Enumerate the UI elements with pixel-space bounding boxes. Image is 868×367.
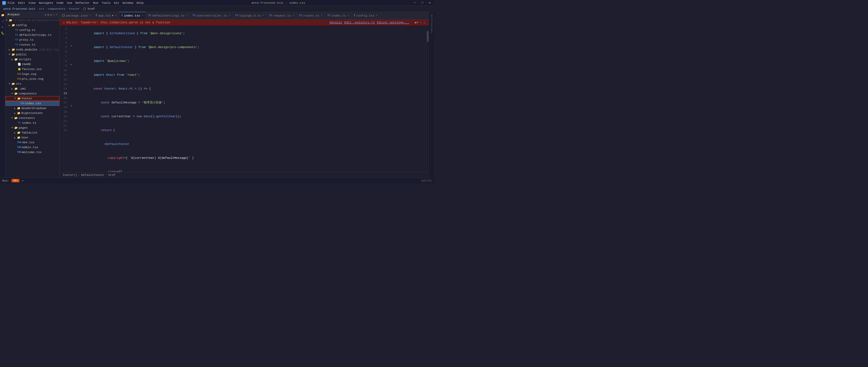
breadcrumb-footer[interactable]: Footer() xyxy=(63,173,77,177)
gutter-fold-5[interactable]: ▼ xyxy=(69,44,73,49)
path-components[interactable]: components xyxy=(48,7,66,10)
tree-proxy-ts[interactable]: TS proxy.ts xyxy=(5,37,59,43)
sidebar-action-collapse[interactable]: ⊟ xyxy=(50,13,52,17)
gutter-fold-6[interactable] xyxy=(69,49,73,53)
menu-navigate[interactable]: Navigate xyxy=(39,1,53,5)
stop-button[interactable]: ✕ xyxy=(22,179,23,182)
code-editor[interactable]: 1 2 3 4 5 6 7 8 9 10 11 12 13 14 15 16 1… xyxy=(60,26,429,172)
path-href[interactable]: ⬡ href xyxy=(83,7,95,10)
tree-logo-svg[interactable]: SVG logo.svg xyxy=(5,72,59,77)
tree-root[interactable]: ▼ 📂 antd-frontend-init D:\webstrom_works… xyxy=(5,18,59,23)
error-action-edit-eslint[interactable]: Edit .eslintrc.js xyxy=(344,21,375,24)
tab-close-package[interactable]: × xyxy=(89,14,91,17)
tree-headerdropdown[interactable]: ▶ 📁 HeaderDropdown xyxy=(5,106,59,111)
menu-help[interactable]: Help xyxy=(136,1,144,5)
menu-refactor[interactable]: Refactor xyxy=(75,1,90,5)
tab-close-user[interactable]: × xyxy=(229,14,230,17)
tab-close-index-ts[interactable]: × xyxy=(347,14,349,17)
gutter-fold-1[interactable] xyxy=(69,26,73,30)
code-content[interactable]: import { GithubOutlined } from '@ant-des… xyxy=(73,26,426,172)
tab-close-index[interactable]: × xyxy=(142,15,143,18)
tree-404[interactable]: TSX 404.tsx xyxy=(5,140,59,145)
tree-welcome[interactable]: TSX Welcome.tsx xyxy=(5,150,59,155)
sidebar-action-2[interactable]: ⊞ xyxy=(48,13,49,17)
minimize-button[interactable]: ─ xyxy=(413,1,417,5)
tab-request[interactable]: TS request.ts × xyxy=(267,12,297,20)
tab-index-tsx[interactable]: T index.tsx × xyxy=(119,12,146,20)
tab-close-request[interactable]: × xyxy=(293,14,294,17)
tab-close-defaults[interactable]: × xyxy=(186,14,188,17)
activity-run[interactable]: ▶ xyxy=(1,25,5,29)
tree-routes-ts[interactable]: TS routes.ts xyxy=(5,43,59,47)
tab-default-settings[interactable]: TS defaultSettings.ts × xyxy=(146,12,190,20)
tree-footer-folder[interactable]: ▼ 📂 Footer xyxy=(5,96,59,101)
dev-badge[interactable]: dev xyxy=(11,179,20,182)
tab-close-config[interactable]: × xyxy=(376,14,378,17)
tree-cname[interactable]: 📄 CNAME xyxy=(5,62,59,67)
gutter-fold-8[interactable] xyxy=(69,58,73,62)
gutter-fold-9[interactable]: ▶ xyxy=(69,62,73,67)
tree-pages[interactable]: ▼ 📂 pages xyxy=(5,125,59,130)
tree-user[interactable]: ▶ 📁 User xyxy=(5,135,59,140)
menu-run[interactable]: Run xyxy=(93,1,98,5)
gutter-fold-17[interactable] xyxy=(69,100,73,104)
maximize-button[interactable]: □ xyxy=(421,1,425,5)
activity-debug[interactable]: 🐛 xyxy=(1,31,5,35)
breadcrumb-href[interactable]: href xyxy=(108,173,116,177)
tree-node-modules[interactable]: ▶ 📁 node_modules library root xyxy=(5,47,59,52)
tree-src[interactable]: ▼ 📂 src xyxy=(5,81,59,86)
tab-user-controller[interactable]: TS userController.ts × xyxy=(190,12,233,20)
tree-config-ts[interactable]: TS config.ts xyxy=(5,28,59,33)
sidebar-action-close[interactable]: × xyxy=(56,13,57,17)
scrollbar-thumb[interactable] xyxy=(427,31,429,42)
menu-file[interactable]: File xyxy=(8,1,14,5)
gutter-fold-4[interactable] xyxy=(69,39,73,44)
close-button[interactable]: ✕ xyxy=(428,1,432,5)
gutter-fold-2[interactable] xyxy=(69,30,73,35)
sidebar-action-gear[interactable]: ⋯ xyxy=(53,13,55,17)
tree-public[interactable]: ▼ 📂 public xyxy=(5,52,59,57)
tab-app-tsx[interactable]: T app.tsx ● × xyxy=(93,12,119,20)
tree-defaultsettings-ts[interactable]: TS defaultSettings.ts xyxy=(5,33,59,37)
activity-commit[interactable]: ⎇ xyxy=(1,19,5,23)
gutter-fold-18[interactable]: ▼ xyxy=(69,104,73,109)
path-src[interactable]: src xyxy=(39,7,44,10)
tab-package-json[interactable]: {} package.json × xyxy=(60,12,93,20)
tab-routes[interactable]: TS routes.ts × xyxy=(297,12,325,20)
sidebar-action-1[interactable]: ⊕ xyxy=(45,13,46,17)
breadcrumb-defaultfooter[interactable]: DefaultFooter xyxy=(81,173,104,177)
error-action-settings[interactable]: ESLint settings... xyxy=(377,21,409,24)
menu-code[interactable]: Code xyxy=(56,1,63,5)
tree-components[interactable]: ▼ 📂 components xyxy=(5,91,59,96)
error-action-details[interactable]: Details xyxy=(330,21,342,24)
tree-constants[interactable]: ▼ 📂 constants xyxy=(5,116,59,120)
gutter-fold-7[interactable] xyxy=(69,53,73,58)
tree-admin[interactable]: TSX Admin.tsx xyxy=(5,145,59,150)
menu-tools[interactable]: Tools xyxy=(102,1,111,5)
gutter-fold-3[interactable] xyxy=(69,35,73,39)
path-footer[interactable]: Footer xyxy=(69,7,80,10)
tree-scripts[interactable]: ▶ 📁 scripts xyxy=(5,57,59,62)
menu-vue[interactable]: Vue xyxy=(67,1,72,5)
path-root[interactable]: antd-frontend-init xyxy=(3,7,35,10)
tab-index-ts[interactable]: TS index.ts × xyxy=(325,12,351,20)
tree-proicon-svg[interactable]: SVG pro_icon.svg xyxy=(5,77,59,81)
tree-constants-index[interactable]: TS index.ts xyxy=(5,120,59,125)
tree-umi[interactable]: ▶ 📁 .umi xyxy=(5,86,59,91)
tree-tablelist[interactable]: ▶ 📁 TableList xyxy=(5,130,59,135)
tree-favicon[interactable]: ⭐ favicon.ico xyxy=(5,67,59,72)
activity-project[interactable]: 📁 xyxy=(1,13,5,18)
menu-view[interactable]: View xyxy=(29,1,35,5)
tab-close-typings[interactable]: × xyxy=(262,14,264,17)
tab-close-app[interactable]: × xyxy=(115,14,117,17)
menu-edit[interactable]: Edit xyxy=(18,1,25,5)
tab-config-tsx[interactable]: T config.tsx × xyxy=(351,12,380,20)
tab-close-routes[interactable]: × xyxy=(321,14,322,17)
menu-git[interactable]: Git xyxy=(114,1,119,5)
tree-config[interactable]: ▶ 📁 config xyxy=(5,23,59,28)
menu-window[interactable]: Window xyxy=(123,1,133,5)
tab-typings[interactable]: TS typings.d.ts × xyxy=(233,12,267,20)
tree-index-tsx[interactable]: TSX index.tsx xyxy=(5,101,59,106)
tree-rightcontent[interactable]: ▶ 📁 RightContent xyxy=(5,111,59,116)
scrollbar-vertical[interactable] xyxy=(426,26,429,172)
